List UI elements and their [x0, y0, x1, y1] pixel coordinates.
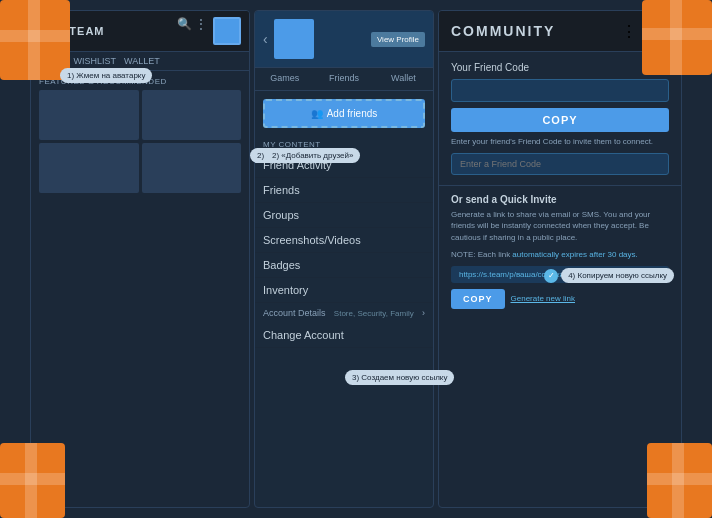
invite-description: Enter your friend's Friend Code to invit… — [451, 136, 669, 147]
check-icon: ✓ — [544, 269, 558, 283]
annotation-4-container: ✓ 4) Копируем новую ссылку — [544, 268, 674, 283]
tab-friends[interactable]: Friends — [314, 68, 373, 90]
featured-item-4[interactable] — [142, 143, 242, 193]
menu-item-groups[interactable]: Groups — [255, 203, 433, 228]
menu-item-account[interactable]: Account Details Store, Security, Family … — [255, 303, 433, 323]
profile-header: ‹ View Profile — [255, 11, 433, 68]
annotation-1: 1) Жмем на аватарку — [60, 68, 152, 83]
nav-wallet[interactable]: WALLET — [124, 56, 160, 66]
menu-item-badges[interactable]: Badges — [255, 253, 433, 278]
note-text: NOTE: Each link automatically expires af… — [451, 249, 669, 260]
friend-code-label: Your Friend Code — [451, 62, 669, 73]
gift-box-top-right — [642, 0, 712, 75]
chevron-right-icon: › — [422, 308, 425, 318]
avatar[interactable] — [213, 17, 241, 45]
gift-box-top-left — [0, 0, 70, 80]
tab-wallet[interactable]: Wallet — [374, 68, 433, 90]
enter-friend-code-input[interactable] — [451, 153, 669, 175]
featured-item-2[interactable] — [142, 90, 242, 140]
profile-avatar — [274, 19, 314, 59]
annotation-4-bubble: 4) Копируем новую ссылку — [561, 268, 674, 283]
nav-wishlist[interactable]: WISHLIST — [74, 56, 117, 66]
copy-link-button[interactable]: COPY — [451, 289, 505, 309]
menu-item-change-account[interactable]: Change Account — [255, 323, 433, 348]
featured-item-1[interactable] — [39, 90, 139, 140]
menu-icon[interactable]: ⋮ — [195, 17, 209, 31]
note-highlight: automatically expires after 30 days. — [512, 250, 637, 259]
add-friends-button[interactable]: 👥 Add friends — [263, 99, 425, 128]
annotation-2-bubble: 2) «Добавить друзей» — [265, 148, 360, 163]
featured-item-3[interactable] — [39, 143, 139, 193]
right-panel: COMMUNITY ⋮ Your Friend Code COPY Enter … — [438, 10, 682, 508]
account-details-label: Account Details — [263, 308, 326, 318]
annotation-3-bubble: 3) Создаем новую ссылку — [345, 370, 454, 385]
middle-panel: ‹ View Profile Games Friends Wallet 👥 Ad… — [254, 10, 434, 508]
main-container: STEAM 🔍 ⋮ MENU WISHLIST WALLET FEATURED … — [30, 10, 682, 508]
quick-invite-section: Or send a Quick Invite Generate a link t… — [439, 186, 681, 317]
search-icon[interactable]: 🔍 — [177, 17, 191, 31]
featured-grid — [31, 90, 249, 193]
profile-tabs: Games Friends Wallet — [255, 68, 433, 91]
menu-item-screenshots[interactable]: Screenshots/Videos — [255, 228, 433, 253]
copy-friend-code-button[interactable]: COPY — [451, 108, 669, 132]
add-person-icon: 👥 — [311, 108, 323, 119]
tab-games[interactable]: Games — [255, 68, 314, 90]
generate-new-link-button[interactable]: Generate new link — [511, 294, 575, 303]
gift-box-bottom-left — [0, 443, 65, 518]
add-friends-label: Add friends — [327, 108, 378, 119]
back-arrow-icon[interactable]: ‹ — [263, 31, 268, 47]
community-title: COMMUNITY — [451, 23, 555, 39]
menu-item-inventory[interactable]: Inventory — [255, 278, 433, 303]
note-prefix: NOTE: Each link — [451, 250, 512, 259]
generate-row: COPY Generate new link — [451, 289, 669, 309]
quick-invite-title: Or send a Quick Invite — [451, 194, 669, 205]
account-sub-label: Store, Security, Family — [334, 309, 414, 318]
menu-item-friends[interactable]: Friends — [255, 178, 433, 203]
left-panel: STEAM 🔍 ⋮ MENU WISHLIST WALLET FEATURED … — [30, 10, 250, 508]
community-menu-icon[interactable]: ⋮ — [621, 22, 637, 41]
gift-box-bottom-right — [647, 443, 712, 518]
quick-invite-description: Generate a link to share via email or SM… — [451, 209, 669, 243]
view-profile-button[interactable]: View Profile — [371, 32, 425, 47]
friend-code-input[interactable] — [451, 79, 669, 102]
steam-header-icons: 🔍 ⋮ — [177, 17, 241, 45]
